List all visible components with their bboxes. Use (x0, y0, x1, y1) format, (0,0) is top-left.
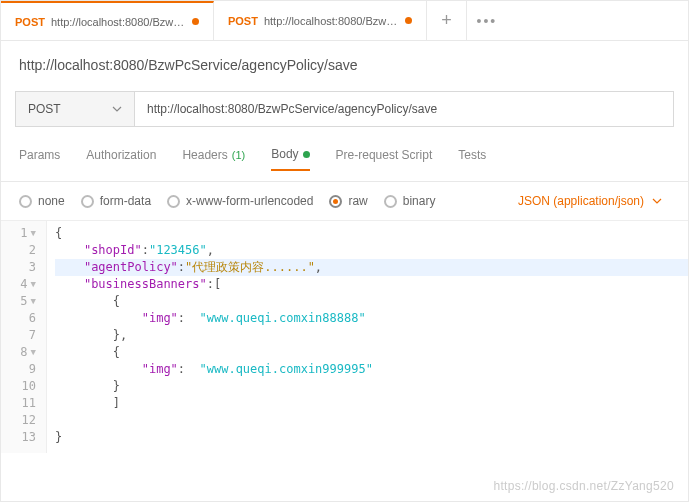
radio-icon (81, 195, 94, 208)
raw-format-label: JSON (application/json) (518, 194, 644, 208)
radio-raw[interactable]: raw (329, 194, 367, 208)
headers-count: (1) (232, 149, 245, 161)
editor-code[interactable]: { "shopId":"123456", "agentPolicy":"代理政策… (47, 221, 688, 453)
tabs-bar: POST http://localhost:8080/BzwPcSer POST… (1, 1, 688, 41)
chevron-down-icon (652, 196, 662, 206)
code-line[interactable]: "img": "www.queqi.comxin999995" (55, 361, 688, 378)
code-line[interactable]: "img": "www.queqi.comxin88888" (55, 310, 688, 327)
watermark: https://blog.csdn.net/ZzYang520 (493, 479, 674, 493)
sub-tabs: Params Authorization Headers (1) Body Pr… (1, 147, 688, 182)
line-number: 1▼ (1, 225, 40, 242)
fold-icon[interactable]: ▼ (31, 225, 36, 242)
body-type-row: none form-data x-www-form-urlencoded raw… (1, 182, 688, 221)
fold-icon[interactable]: ▼ (31, 293, 36, 310)
line-number: 8▼ (1, 344, 40, 361)
tab-body-label: Body (271, 147, 298, 161)
code-line[interactable]: { (55, 344, 688, 361)
line-number: 9 (1, 361, 40, 378)
more-tabs-button[interactable]: ••• (467, 1, 507, 40)
code-line[interactable]: } (55, 429, 688, 446)
body-active-dot-icon (303, 151, 310, 158)
code-line[interactable]: "shopId":"123456", (55, 242, 688, 259)
tab-authorization[interactable]: Authorization (86, 147, 156, 171)
tab-method: POST (15, 16, 45, 28)
url-input[interactable] (135, 91, 674, 127)
fold-icon[interactable]: ▼ (31, 344, 36, 361)
dirty-dot-icon (405, 17, 412, 24)
tab-params[interactable]: Params (19, 147, 60, 171)
tab-headers-label: Headers (182, 148, 227, 162)
tab-title: http://localhost:8080/BzwPcSer (51, 16, 186, 28)
code-line[interactable]: { (55, 225, 688, 242)
method-value: POST (28, 102, 61, 116)
code-line[interactable]: "businessBanners":[ (55, 276, 688, 293)
code-line[interactable] (55, 412, 688, 429)
line-number: 5▼ (1, 293, 40, 310)
line-number: 7 (1, 327, 40, 344)
line-number: 3 (1, 259, 40, 276)
chevron-down-icon (112, 104, 122, 114)
radio-icon (329, 195, 342, 208)
radio-none[interactable]: none (19, 194, 65, 208)
method-select[interactable]: POST (15, 91, 135, 127)
tab-headers[interactable]: Headers (1) (182, 147, 245, 171)
code-line[interactable]: }, (55, 327, 688, 344)
radio-form-data[interactable]: form-data (81, 194, 151, 208)
line-number: 6 (1, 310, 40, 327)
raw-format-select[interactable]: JSON (application/json) (518, 194, 670, 208)
radio-icon (19, 195, 32, 208)
dirty-dot-icon (192, 18, 199, 25)
fold-icon[interactable]: ▼ (31, 276, 36, 293)
tab-body[interactable]: Body (271, 147, 309, 171)
editor-gutter: 1▼234▼5▼678▼910111213 (1, 221, 47, 453)
code-line[interactable]: } (55, 378, 688, 395)
tab-prerequest[interactable]: Pre-request Script (336, 147, 433, 171)
line-number: 2 (1, 242, 40, 259)
line-number: 13 (1, 429, 40, 446)
tab-1[interactable]: POST http://localhost:8080/BzwServic (214, 1, 427, 40)
line-number: 4▼ (1, 276, 40, 293)
add-tab-button[interactable]: + (427, 1, 467, 40)
tab-method: POST (228, 15, 258, 27)
radio-icon (384, 195, 397, 208)
request-title: http://localhost:8080/BzwPcService/agenc… (1, 41, 688, 91)
method-url-row: POST (15, 91, 674, 127)
tab-tests[interactable]: Tests (458, 147, 486, 171)
json-editor[interactable]: 1▼234▼5▼678▼910111213 { "shopId":"123456… (1, 221, 688, 453)
line-number: 11 (1, 395, 40, 412)
code-line[interactable]: { (55, 293, 688, 310)
radio-icon (167, 195, 180, 208)
code-line[interactable]: "agentPolicy":"代理政策内容......", (55, 259, 688, 276)
radio-xwww[interactable]: x-www-form-urlencoded (167, 194, 313, 208)
tab-0[interactable]: POST http://localhost:8080/BzwPcSer (1, 1, 214, 40)
radio-binary[interactable]: binary (384, 194, 436, 208)
code-line[interactable]: ] (55, 395, 688, 412)
line-number: 12 (1, 412, 40, 429)
tab-title: http://localhost:8080/BzwServic (264, 15, 399, 27)
line-number: 10 (1, 378, 40, 395)
